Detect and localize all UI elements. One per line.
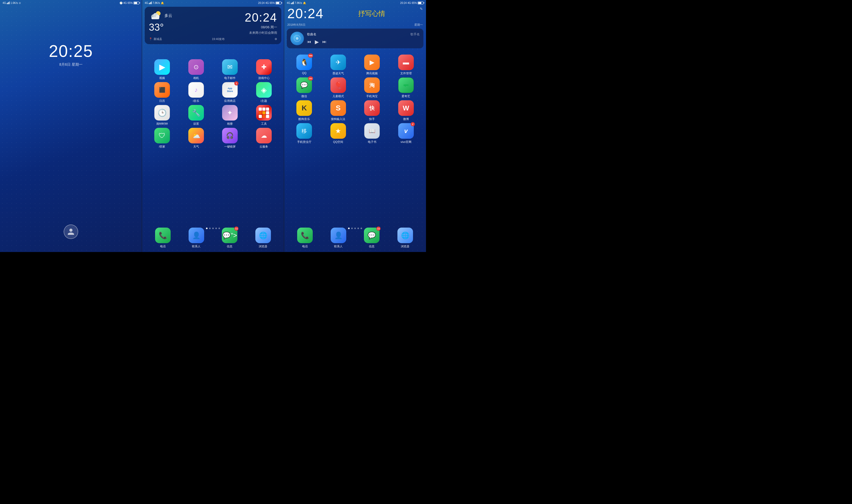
sms-3-badge: 11 — [376, 227, 381, 231]
app-icon-imusic: ♪ — [188, 82, 204, 98]
app-mail[interactable]: ✉ 电子邮件 — [218, 59, 241, 80]
app-wechat[interactable]: 💬 191 微信 — [292, 77, 316, 98]
dock-browser[interactable]: 🌐 浏览器 — [253, 228, 273, 248]
signal-3 — [291, 2, 294, 4]
app-vivoweb[interactable]: v 2 vivo官网 — [394, 123, 418, 144]
app-label-kuaishou: 快手 — [369, 117, 375, 121]
app-calendar[interactable]: ⬛ 日历 — [150, 82, 174, 103]
app-video[interactable]: ▶ 视频 — [150, 59, 174, 80]
app-camera[interactable]: ⊙ 相机 — [184, 59, 208, 80]
weather-left: 多云 33° — [149, 11, 172, 33]
dock-contacts[interactable]: 👤 联系人 — [186, 228, 207, 248]
app-label-settings: 设置 — [193, 122, 199, 126]
app-cloud[interactable]: ☁ 云服务 — [252, 128, 276, 149]
status-bar-home: 4G 7.8K/s 🔔 20:24 4G 65% — [142, 0, 284, 6]
speed-text: 1.6K/s — [11, 2, 18, 4]
net-3: 4G — [407, 2, 411, 4]
dock-label-phone: 电话 — [160, 245, 166, 248]
app-row-3-4: 移 手机营业厅 ★ QQ空间 📖 电子书 v 2 vivo官网 — [287, 123, 423, 144]
app-icon-taobao: 淘 — [364, 77, 380, 93]
app-taobao[interactable]: 淘 手机淘宝 — [360, 77, 384, 98]
app-manager[interactable]: 🛡 i管家 — [150, 128, 174, 149]
dock-icon-phone: 📞 — [155, 228, 171, 243]
dock-3-contacts[interactable]: 👤 联系人 — [328, 228, 349, 248]
dock-phone[interactable]: 📞 电话 — [152, 228, 173, 248]
weather-settings-icon[interactable]: ⚙ — [275, 37, 277, 41]
app-icon-wechat: 💬 191 — [296, 77, 312, 93]
app-tools[interactable]: 工具 — [252, 105, 276, 126]
weather-updated: 19:40发布 — [212, 37, 225, 41]
app-ebook[interactable]: 📖 电子书 — [360, 123, 384, 144]
carrier-home: 4G — [145, 2, 148, 4]
app-label-ebook: 电子书 — [368, 140, 376, 144]
app-sogou[interactable]: S 搜狗输入法 — [327, 100, 350, 121]
app-screenlock[interactable]: 🎧 一键锁屏 — [218, 128, 241, 149]
app-game[interactable]: ✚ 游戏中心 — [252, 59, 276, 80]
batt-3: 65% — [412, 2, 417, 4]
app-motianqi[interactable]: ✈ 墨迹天气 — [327, 55, 350, 75]
app-label-theme: i主题 — [261, 99, 267, 103]
app-label-appstore: 应用商店 — [224, 99, 236, 103]
app-kids[interactable]: 🎈 儿童模式 — [327, 77, 350, 98]
app-txvideo[interactable]: ▶ 腾讯视频 — [360, 55, 384, 75]
weather-right: 20:24 08/06 周一 未来两小时后会降雨 — [245, 11, 277, 35]
app-label-tools: 工具 — [261, 122, 267, 126]
app-appstore[interactable]: AppStore 1 应用商店 — [218, 82, 241, 103]
dock-3-phone[interactable]: 📞 电话 — [294, 228, 315, 248]
svg-rect-4 — [151, 17, 159, 19]
app-row-1: ▶ 视频 ⊙ 相机 ✉ 电子邮件 ✚ 游戏中心 — [145, 59, 281, 80]
app-label-taobao: 手机淘宝 — [366, 94, 378, 98]
user-avatar[interactable] — [64, 224, 78, 239]
music-next-icon[interactable]: ⏭ — [322, 39, 327, 44]
lock-bg-dots — [0, 0, 142, 252]
app-icon-calendar: ⬛ — [154, 82, 170, 98]
app-icon-camera: ⊙ — [188, 59, 204, 75]
dock-3-label-browser: 浏览器 — [401, 245, 410, 248]
dock-3-sms[interactable]: 💬 11 信息 — [361, 228, 382, 248]
app-icon-video: ▶ — [154, 59, 170, 75]
app-label-gallery: 相册 — [227, 122, 233, 126]
status-bar-lock: 4G 1.6K/s ⊙ 🕐 4G 65% — [0, 0, 142, 6]
app-label-manager: i管家 — [159, 145, 165, 149]
status-left: 4G 1.6K/s ⊙ — [3, 2, 21, 4]
panel3-date-left: 2018年8月6日 — [287, 23, 306, 27]
dock-sms[interactable]: 💬"> 11 信息 — [219, 228, 240, 248]
status-bar-3: 4G 7.8K/s 🔔 20:24 4G 65% — [284, 0, 426, 6]
app-clock[interactable]: 🕒 闹钟时钟 — [150, 105, 174, 126]
app-kuaishou[interactable]: 快 快手 — [360, 100, 384, 121]
dock-3-label-sms: 信息 — [369, 245, 375, 248]
weather-top: 多云 33° 20:24 08/06 周一 未来两小时后会降雨 — [149, 11, 277, 35]
app-mobileshop[interactable]: 移 手机营业厅 — [292, 123, 316, 144]
app-imusic[interactable]: ♪ i音乐 — [184, 82, 208, 103]
app-row-3-1: 🐧 999 QQ ✈ 墨迹天气 ▶ 腾讯视频 ▬ 文件管理 — [287, 55, 423, 75]
app-iqiyi[interactable]: iQIYI 爱奇艺 — [394, 77, 418, 98]
music-prev-icon[interactable]: ⏮ — [307, 39, 311, 44]
app-weibo[interactable]: W 微博 — [394, 100, 418, 121]
app-icon-mobileshop: 移 — [296, 123, 312, 139]
panel3-date-right: 星期一 — [414, 23, 423, 27]
app-qqzone[interactable]: ★ QQ空间 — [327, 123, 350, 144]
music-play-icon[interactable]: ▶ — [315, 39, 319, 45]
app-label-files: 文件管理 — [400, 71, 412, 75]
net-home: 4G — [266, 2, 269, 4]
app-row-3-2: 💬 191 微信 🎈 儿童模式 淘 手机淘宝 iQIYI 爱奇艺 — [287, 77, 423, 98]
app-weather[interactable]: ⛅ 天气 — [184, 128, 208, 149]
app-qq[interactable]: 🐧 999 QQ — [292, 55, 316, 75]
notif-3-icon: 🔔 — [303, 2, 306, 4]
panel3-sub: 2018年8月6日 星期一 — [287, 23, 423, 27]
app-files[interactable]: ▬ 文件管理 — [394, 55, 418, 75]
app-gallery[interactable]: ✦ 相册 — [218, 105, 241, 126]
dock-3-browser[interactable]: 🌐 浏览器 — [395, 228, 416, 248]
app-theme[interactable]: ◈ i主题 — [252, 82, 276, 103]
app-icon-theme: ◈ — [256, 82, 272, 98]
app-kugou[interactable]: K 酷狗音乐 — [292, 100, 316, 121]
app-label-txvideo: 腾讯视频 — [366, 71, 378, 75]
app-label-wechat: 微信 — [301, 94, 307, 98]
app-settings[interactable]: 🔧 设置 — [184, 105, 208, 126]
app-row-4: 🛡 i管家 ⛅ 天气 🎧 一键锁屏 ☁ 云服务 — [145, 128, 281, 149]
panel3-edit-icon[interactable]: ✎ — [420, 7, 423, 11]
carrier-text: 4G — [3, 2, 6, 4]
battery-icon — [133, 2, 139, 4]
app-row-3: 🕒 闹钟时钟 🔧 设置 ✦ 相册 — [145, 105, 281, 126]
battery-3 — [418, 2, 423, 4]
